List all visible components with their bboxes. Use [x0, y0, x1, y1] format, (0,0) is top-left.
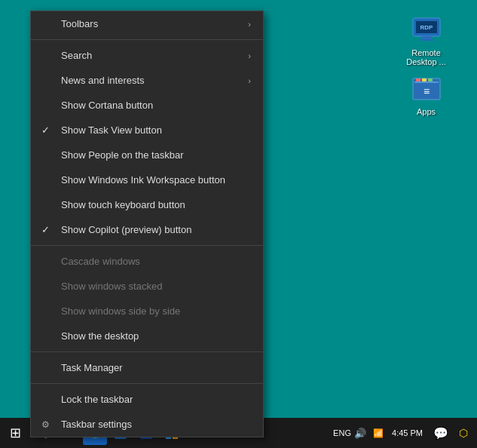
menu-item-show-people[interactable]: Show People on the taskbar	[31, 143, 263, 167]
taskbar-extra[interactable]: ⬡	[456, 425, 471, 440]
svg-rect-2	[422, 36, 431, 39]
remote-desktop-label: Remote Desktop ...	[398, 48, 454, 66]
desktop-icons: RDP Remote Desktop ... ≡ Apps	[398, 15, 454, 116]
menu-label-cascade-windows: Cascade windows	[61, 256, 140, 267]
menu-label-show-people: Show People on the taskbar	[61, 149, 184, 161]
menu-label-show-copilot: Show Copilot (preview) button	[61, 224, 191, 235]
taskbar-start[interactable]: ⊞	[3, 421, 27, 445]
menu-label-show-ink: Show Windows Ink Workspace button	[61, 174, 225, 186]
taskbar-volume[interactable]: 🔊	[353, 425, 368, 440]
remote-desktop-icon[interactable]: RDP Remote Desktop ...	[398, 15, 454, 66]
arrow-toolbars: ›	[248, 20, 251, 29]
taskbar-clock[interactable]: 4:45 PM	[389, 428, 426, 437]
arrow-search: ›	[248, 51, 251, 60]
menu-label-task-manager: Task Manager	[61, 362, 123, 373]
svg-text:RDP: RDP	[420, 24, 433, 31]
menu-item-taskbar-settings[interactable]: ⚙Taskbar settings	[31, 412, 263, 437]
menu-item-cascade-windows: Cascade windows	[31, 249, 263, 274]
menu-separator-after-show-copilot	[31, 245, 263, 246]
menu-item-show-copilot[interactable]: ✓Show Copilot (preview) button	[31, 217, 263, 242]
arrow-news-interests: ›	[248, 76, 251, 85]
menu-item-show-touch-keyboard[interactable]: Show touch keyboard button	[31, 192, 263, 217]
menu-label-show-cortana: Show Cortana button	[61, 100, 153, 111]
menu-item-news-interests[interactable]: News and interests›	[31, 68, 263, 93]
menu-item-search[interactable]: Search›	[31, 43, 263, 68]
svg-rect-9	[422, 78, 427, 81]
menu-label-search: Search	[61, 50, 92, 61]
svg-rect-3	[419, 39, 434, 41]
checkmark-show-task-view: ✓	[41, 124, 50, 136]
apps-image: ≡	[411, 74, 442, 104]
taskbar-notification[interactable]: 💬	[429, 421, 453, 445]
menu-label-show-side-by-side: Show windows side by side	[61, 305, 180, 317]
svg-rect-10	[428, 78, 433, 81]
menu-label-show-stacked: Show windows stacked	[61, 281, 162, 292]
menu-separator-lock-taskbar	[31, 383, 263, 384]
svg-rect-8	[416, 78, 420, 81]
menu-label-toolbars: Toolbars	[61, 18, 98, 29]
menu-item-show-task-view[interactable]: ✓Show Task View button	[31, 118, 263, 143]
menu-item-show-cortana[interactable]: Show Cortana button	[31, 93, 263, 118]
menu-separator-after-show-desktop	[31, 351, 263, 352]
menu-label-show-desktop: Show the desktop	[61, 330, 139, 342]
menu-item-show-ink[interactable]: Show Windows Ink Workspace button	[31, 167, 263, 192]
taskbar-right: ENG 🔊 📶 4:45 PM 💬 ⬡	[335, 421, 474, 445]
gear-icon-taskbar-settings: ⚙	[41, 419, 50, 430]
apps-label: Apps	[417, 107, 436, 116]
svg-text:≡: ≡	[423, 85, 429, 97]
menu-item-show-side-by-side: Show windows side by side	[31, 299, 263, 324]
remote-desktop-image: RDP	[411, 15, 442, 45]
menu-item-show-desktop[interactable]: Show the desktop	[31, 324, 263, 348]
menu-item-task-manager[interactable]: Task Manager	[31, 355, 263, 380]
menu-label-taskbar-settings: Taskbar settings	[61, 419, 132, 430]
taskbar-network[interactable]: 📶	[371, 425, 386, 440]
apps-icon[interactable]: ≡ Apps	[398, 74, 454, 116]
menu-label-news-interests: News and interests	[61, 75, 145, 86]
menu-label-lock-taskbar: Lock the taskbar	[61, 394, 133, 405]
menu-item-show-stacked: Show windows stacked	[31, 274, 263, 299]
menu-separator-search	[31, 39, 263, 40]
menu-label-show-task-view: Show Task View button	[61, 124, 162, 136]
checkmark-show-copilot: ✓	[41, 224, 50, 235]
menu-item-lock-taskbar[interactable]: Lock the taskbar	[31, 387, 263, 412]
svg-rect-6	[414, 81, 439, 83]
context-menu: Toolbars›Search›News and interests›Show …	[30, 11, 264, 437]
menu-item-toolbars[interactable]: Toolbars›	[31, 11, 263, 36]
taskbar-language[interactable]: ENG	[335, 425, 350, 440]
menu-label-show-touch-keyboard: Show touch keyboard button	[61, 199, 185, 210]
